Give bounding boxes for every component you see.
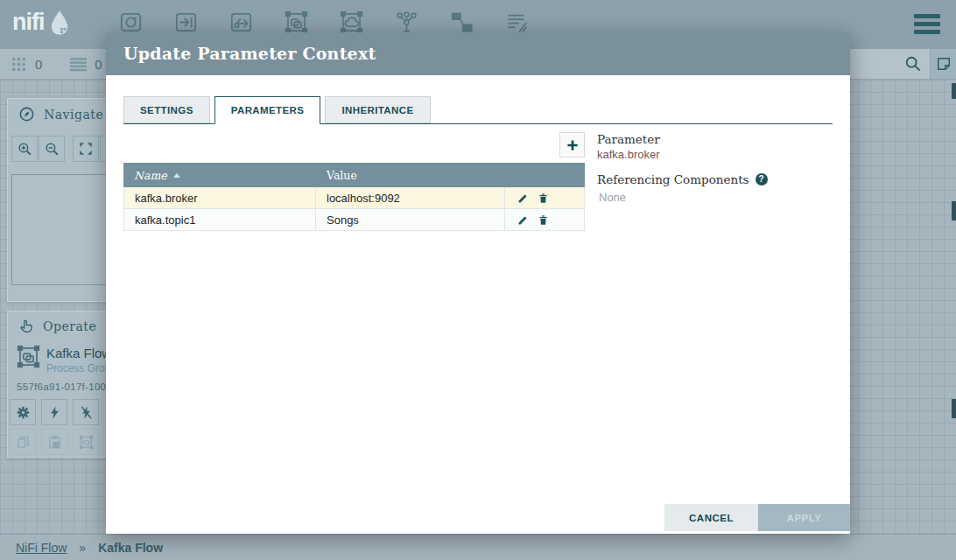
stop-button[interactable] xyxy=(73,399,99,425)
tab-inheritance[interactable]: INHERITANCE xyxy=(325,96,430,123)
column-header-name[interactable]: Name xyxy=(123,169,316,182)
hand-icon xyxy=(18,318,34,334)
parameter-detail-value: kafka.broker xyxy=(597,148,660,161)
process-group-icon[interactable] xyxy=(285,10,308,34)
delete-parameter-button[interactable] xyxy=(538,214,549,226)
edit-parameter-button[interactable] xyxy=(517,192,529,204)
parameters-table: Name Value kafka.broker localhost:9092 xyxy=(123,163,585,231)
flow-settings-button[interactable] xyxy=(930,49,956,79)
lightning-bolt-slash-icon xyxy=(79,405,94,420)
gear-icon xyxy=(15,404,32,421)
tab-settings[interactable]: SETTINGS xyxy=(123,96,210,123)
referencing-components-label: Referencing Components ? xyxy=(597,172,768,186)
input-port-icon[interactable] xyxy=(174,10,198,34)
lightning-bolt-icon xyxy=(47,405,62,420)
cancel-button[interactable]: CANCEL xyxy=(664,504,758,531)
row-actions xyxy=(505,187,584,208)
zoom-out-button[interactable] xyxy=(39,136,65,162)
table-row[interactable]: kafka.broker localhost:9092 xyxy=(123,187,585,209)
hamburger-icon xyxy=(914,14,940,18)
label-icon[interactable] xyxy=(505,10,529,34)
zoom-in-button[interactable] xyxy=(11,136,38,162)
queued-icon xyxy=(70,57,87,72)
output-port-icon[interactable] xyxy=(229,10,253,34)
canvas-component-fragment xyxy=(952,83,956,99)
note-icon xyxy=(936,56,952,72)
update-parameter-context-dialog: Update Parameter Context SETTINGS PARAME… xyxy=(106,32,850,534)
nifi-application: nifi xyxy=(0,0,956,560)
start-button[interactable] xyxy=(41,399,67,425)
configuration-button[interactable] xyxy=(10,399,36,425)
selected-component-name: Kafka Flow xyxy=(46,346,111,360)
navigate-panel-title: Navigate xyxy=(44,108,103,122)
paste-button xyxy=(41,429,67,455)
active-threads-count: 0 xyxy=(35,57,42,72)
nifi-logo: nifi xyxy=(12,9,72,36)
breadcrumb-current: Kafka Flow xyxy=(98,541,163,555)
component-toolbar xyxy=(119,10,529,34)
parameter-value-cell: Songs xyxy=(316,209,505,230)
process-group-badge-icon xyxy=(17,345,40,368)
parameter-name-cell: kafka.broker xyxy=(124,187,316,208)
parameter-detail-label: Parameter xyxy=(597,132,660,146)
sort-ascending-icon xyxy=(173,173,180,178)
parameter-value-cell: localhost:9092 xyxy=(316,187,505,208)
remote-process-group-icon[interactable] xyxy=(340,10,363,34)
paste-icon xyxy=(47,435,62,450)
dialog-title: Update Parameter Context xyxy=(106,32,850,75)
add-parameter-button[interactable] xyxy=(559,132,585,158)
global-menu-button[interactable] xyxy=(914,14,940,34)
funnel-icon[interactable] xyxy=(395,10,418,34)
nifi-logo-text: nifi xyxy=(12,9,45,36)
active-threads-icon xyxy=(11,56,27,73)
row-actions xyxy=(505,209,584,230)
column-header-value[interactable]: Value xyxy=(316,169,506,182)
dialog-tabs: SETTINGS PARAMETERS INHERITANCE xyxy=(123,96,833,124)
breadcrumb-root-link[interactable]: NiFi Flow xyxy=(16,541,67,555)
canvas-component-fragment xyxy=(952,399,956,418)
apply-button[interactable]: APPLY xyxy=(758,504,850,531)
operate-panel-title: Operate xyxy=(43,319,96,333)
plus-icon xyxy=(565,137,580,153)
referencing-components-value: None xyxy=(599,191,626,204)
help-icon[interactable]: ? xyxy=(756,173,768,186)
breadcrumb: NiFi Flow » Kafka Flow xyxy=(0,534,956,560)
table-header-row: Name Value xyxy=(123,163,585,187)
canvas-component-fragment xyxy=(952,201,956,220)
compass-icon xyxy=(18,106,35,122)
group-button xyxy=(73,429,99,455)
nifi-drop-icon xyxy=(47,10,72,36)
breadcrumb-separator: » xyxy=(79,541,86,555)
processor-icon[interactable] xyxy=(119,10,143,34)
zoom-fit-button[interactable] xyxy=(73,136,99,162)
edit-parameter-button[interactable] xyxy=(517,214,529,226)
copy-icon xyxy=(16,435,31,450)
table-row[interactable]: kafka.topic1 Songs xyxy=(123,209,585,231)
copy-button xyxy=(10,429,36,455)
template-icon[interactable] xyxy=(450,10,474,34)
search-icon[interactable] xyxy=(904,55,922,73)
delete-parameter-button[interactable] xyxy=(538,192,549,204)
tab-parameters[interactable]: PARAMETERS xyxy=(214,96,321,124)
parameter-name-cell: kafka.topic1 xyxy=(124,209,316,230)
group-icon xyxy=(79,435,94,450)
